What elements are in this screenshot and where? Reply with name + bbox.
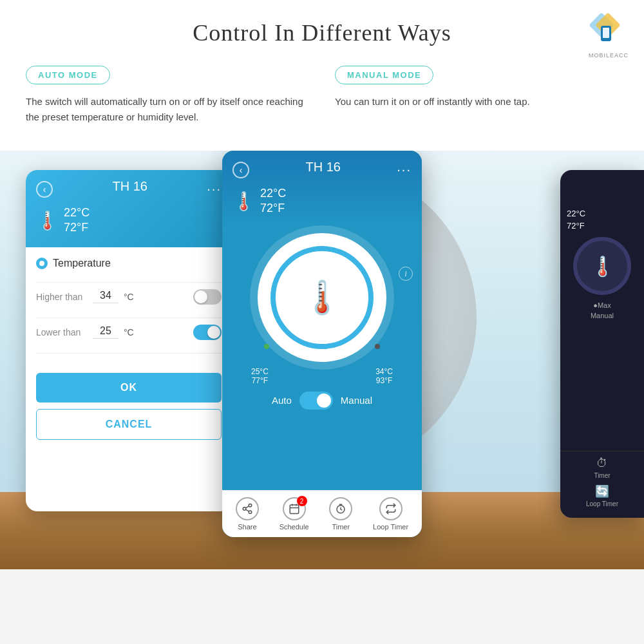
toggle-white-knob (317, 393, 331, 408)
logo-text: MOBILEACC (586, 52, 631, 59)
menu-dots-center[interactable]: ··· (397, 162, 412, 177)
right-loop-timer-label: Loop Timer (586, 500, 618, 507)
low-temp-c: 25°C (251, 367, 269, 376)
info-button[interactable]: i (399, 267, 413, 281)
phone-right-content: 22°C 72°F 🌡️ ●Max Manual (560, 170, 644, 326)
gauge-area: 🌡️ 25°C 77°F 34°C 93°F Auto (222, 227, 422, 416)
modes-row: AUTO MODE The switch will automatically … (26, 66, 618, 125)
lower-setting-row: Lower than 25 °C (36, 325, 222, 340)
temp-c-left: 22°C (64, 205, 90, 220)
phone-center-bottom-nav: Share 2 Schedule (222, 490, 422, 537)
right-timer-label: Timer (594, 472, 610, 479)
right-nav-loop-timer[interactable]: 🔄 Loop Timer (564, 484, 641, 507)
nav-schedule-label: Schedule (279, 523, 309, 531)
cancel-button[interactable]: CANCEL (36, 409, 222, 440)
phone-center-nav: ‹ TH 16 ··· (232, 160, 412, 180)
phone-right: 22°C 72°F 🌡️ ●Max Manual ⏱ Timer 🔄 Loop … (560, 170, 644, 518)
ok-button[interactable]: OK (36, 373, 222, 402)
higher-toggle-knob (194, 290, 207, 303)
gauge-dot-left (264, 344, 269, 349)
phone-left-nav: ‹ TH 16 ··· (36, 179, 222, 199)
temperature-label: Temperature (53, 258, 111, 269)
temp-f-center: 72°F (260, 201, 286, 216)
back-button-center[interactable]: ‹ (232, 162, 249, 178)
phone-left-header: ‹ TH 16 ··· 🌡️ 22°C 72°F (26, 170, 232, 247)
schedule-icon: 2 (283, 497, 306, 520)
gauge-labels: 25°C 77°F 34°C 93°F (251, 367, 393, 385)
svg-line-8 (245, 506, 249, 508)
temp-values-left: 22°C 72°F (64, 205, 90, 236)
lower-toggle-knob (207, 326, 220, 339)
right-nav-timer[interactable]: ⏱ Timer (564, 457, 641, 479)
right-gauge: 🌡️ (573, 237, 631, 295)
gauge-thermo-icon: 🌡️ (302, 279, 342, 316)
higher-toggle[interactable] (193, 289, 222, 305)
gauge-inner: 🌡️ (270, 246, 374, 349)
nav-share-label: Share (238, 523, 256, 531)
lower-value[interactable]: 25 (93, 325, 118, 339)
lower-label: Lower than (36, 327, 88, 337)
phone-center-header: ‹ TH 16 ··· 🌡️ 22°C 72°F (222, 151, 422, 227)
high-temp-f: 93°F (375, 376, 393, 385)
logo: MOBILEACC (586, 13, 631, 59)
right-timer-icon: ⏱ (596, 457, 608, 470)
nav-share[interactable]: Share (236, 497, 259, 531)
device-name-center: TH 16 (305, 160, 340, 175)
bottom-section: ‹ TH 16 ··· 🌡️ 22°C 72°F Temperature (0, 151, 644, 569)
right-loop-timer-icon: 🔄 (595, 484, 609, 498)
right-bottom-nav: ⏱ Timer 🔄 Loop Timer (560, 451, 644, 518)
share-icon (236, 497, 259, 520)
gauge-dot-right (375, 344, 380, 349)
nav-loop-timer[interactable]: Loop Timer (373, 497, 408, 531)
svg-point-4 (249, 504, 252, 507)
nav-schedule[interactable]: 2 Schedule (279, 497, 309, 531)
svg-point-6 (249, 511, 252, 514)
auto-mode-badge: AUTO MODE (26, 66, 110, 84)
phone-center: ‹ TH 16 ··· 🌡️ 22°C 72°F i 🌡️ (222, 151, 422, 537)
loop-timer-icon (379, 497, 402, 520)
logo-icon (589, 13, 628, 48)
auto-mode-desc: The switch will automatically turn on or… (26, 94, 309, 125)
gauge-low-temp: 25°C 77°F (251, 367, 269, 385)
right-temp-f: 72°F (567, 221, 638, 231)
svg-line-7 (245, 509, 249, 511)
top-section: Control In Different Ways MOBILEACC AUTO… (0, 0, 644, 151)
thermo-icon-left: 🌡️ (36, 210, 59, 231)
svg-rect-9 (290, 505, 299, 514)
svg-point-5 (243, 507, 246, 511)
low-temp-f: 77°F (251, 376, 269, 385)
gauge-high-temp: 34°C 93°F (375, 367, 393, 385)
higher-value[interactable]: 34 (93, 290, 118, 303)
auto-label: Auto (272, 395, 292, 406)
high-temp-c: 34°C (375, 367, 393, 376)
lower-unit: °C (124, 327, 134, 337)
menu-dots-left[interactable]: ··· (207, 182, 222, 196)
temp-row-center: 🌡️ 22°C 72°F (232, 186, 412, 216)
separator-3 (36, 353, 222, 354)
higher-unit: °C (124, 292, 134, 302)
schedule-badge: 2 (297, 496, 307, 506)
temp-c-center: 22°C (260, 186, 286, 201)
phone-left-body: Temperature Higher than 34 °C Lower than… (26, 247, 232, 457)
gauge-circle: 🌡️ (258, 233, 386, 362)
mode-selector-row: Temperature (36, 258, 222, 269)
auto-manual-toggle[interactable] (299, 392, 333, 410)
manual-mode-badge: MANUAL MODE (335, 66, 433, 84)
higher-setting-row: Higher than 34 °C (36, 289, 222, 305)
svg-rect-3 (603, 28, 609, 38)
back-button-left[interactable]: ‹ (36, 181, 53, 198)
nav-loop-timer-label: Loop Timer (373, 523, 408, 531)
manual-label: Manual (341, 395, 372, 406)
phone-left: ‹ TH 16 ··· 🌡️ 22°C 72°F Temperature (26, 170, 232, 511)
auto-mode-col: AUTO MODE The switch will automatically … (26, 66, 309, 125)
radio-temperature[interactable] (36, 258, 48, 269)
nav-timer[interactable]: Timer (329, 497, 352, 531)
right-temp-c: 22°C (567, 209, 638, 218)
manual-mode-col: MANUAL MODE You can turn it on or off in… (335, 66, 618, 125)
device-name-left: TH 16 (112, 179, 147, 194)
lower-toggle[interactable] (193, 325, 222, 340)
timer-icon (329, 497, 352, 520)
separator-2 (36, 317, 222, 318)
nav-timer-label: Timer (332, 523, 350, 531)
separator-1 (36, 282, 222, 283)
